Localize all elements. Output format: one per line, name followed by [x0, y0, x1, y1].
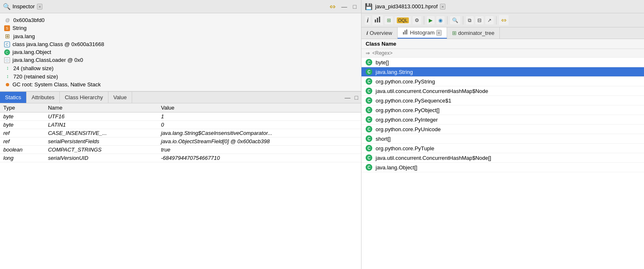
class-c-icon: C [366, 164, 372, 171]
list-item[interactable]: Corg.python.core.PyUnicode [361, 125, 644, 134]
col-type: Type [0, 103, 44, 112]
cell-type: ref [0, 137, 44, 146]
regex-row: ⇒ [361, 49, 644, 58]
inspector-tabs-bar: Statics Attributes Class Hierarchy Value… [0, 92, 361, 103]
list-item[interactable]: Cjava.lang.String [361, 67, 644, 77]
table-row[interactable]: refserialPersistentFieldsjava.io.ObjectS… [0, 137, 361, 146]
shallow-size-row: ↕ 24 (shallow size) [4, 64, 357, 72]
inspector-info-section: @ 0x600a3bfd0 S String ⊞ java.lang C cla… [0, 13, 361, 91]
chart-toolbar-btn[interactable]: ↗ [485, 16, 494, 24]
tab-attributes[interactable]: Attributes [27, 92, 60, 103]
histogram-tab-close[interactable]: × [436, 30, 441, 36]
histogram-toolbar-btn[interactable] [372, 15, 383, 25]
left-panel: 🔍 Inspector × ⇔ — □ @ 0x600a3bfd0 S Stri… [0, 0, 361, 269]
inspector-title-left: 🔍 Inspector × [3, 3, 42, 10]
gear-icon: ⚙ [415, 17, 419, 23]
list-item[interactable]: Corg.python.core.PyObject[] [361, 105, 644, 115]
address-row: @ 0x600a3bfd0 [4, 16, 357, 24]
tab-value[interactable]: Value [108, 92, 132, 103]
table-row[interactable]: longserialVersionUID-6849794470754667710 [0, 154, 361, 162]
back-toolbar-btn[interactable]: ⇔ [499, 15, 509, 25]
minimize-button[interactable]: — [340, 3, 349, 10]
list-item[interactable]: Corg.python.core.PyTuple [361, 144, 644, 153]
list-item[interactable]: Cjava.lang.Object[] [361, 163, 644, 172]
class-list-header: Class Name [361, 39, 644, 49]
transfer-icon[interactable]: ⇔ [328, 2, 337, 12]
cell-value: 1 [158, 112, 361, 121]
table-toolbar-btn[interactable]: ⊟ [475, 16, 484, 24]
overview-label: Overview [370, 30, 392, 36]
class-c-icon: C [366, 107, 372, 113]
tab-statics[interactable]: Statics [0, 92, 27, 103]
overview-icon: i [366, 30, 368, 36]
gc-root-row: GC root: System Class, Native Stack [4, 81, 357, 88]
toolbar-sep-1 [424, 16, 424, 24]
table-row[interactable]: booleanCOMPACT_STRINGStrue [0, 146, 361, 154]
table-row[interactable]: byteUTF161 [0, 112, 361, 121]
hprof-title-text: java_pid34813.0001.hprof [375, 3, 438, 10]
db-icon: 💾 [365, 3, 373, 10]
list-item[interactable]: Corg.python.core.PySequence$1 [361, 96, 644, 105]
class-c-icon: C [366, 59, 372, 66]
inspector-tabs-left: Statics Attributes Class Hierarchy Value [0, 92, 132, 103]
cell-name: LATIN1 [44, 121, 157, 129]
inspector-window-controls: ⇔ — □ [328, 2, 358, 12]
info-toolbar-btn[interactable]: i [365, 16, 371, 25]
table-row[interactable]: byteLATIN10 [0, 121, 361, 129]
histogram-label: Histogram [410, 29, 435, 36]
cell-value: 0 [158, 121, 361, 129]
class-name-text: java.lang.Object[] [376, 164, 417, 171]
right-panel: 💾 java_pid34813.0001.hprof × i ⊞ OQL ⚙ ▶… [361, 0, 644, 269]
statics-minimize-btn[interactable]: — [344, 94, 352, 101]
cell-value: java.lang.String$CaseInsensitiveComparat… [158, 129, 361, 137]
histogram-tab-icon [403, 29, 408, 36]
histogram-icon [374, 16, 381, 24]
list-item[interactable]: Cjava.util.concurrent.ConcurrentHashMap$… [361, 153, 644, 163]
list-item[interactable]: Cshort[] [361, 134, 644, 144]
class-c-icon: C [366, 116, 372, 123]
svg-rect-4 [405, 30, 406, 34]
list-item[interactable]: Corg.python.core.PyInteger [361, 115, 644, 125]
domtree-icon: ⊞ [387, 17, 391, 23]
tab-class-hierarchy[interactable]: Class Hierarchy [60, 92, 108, 103]
retained-size-row: ↕ 720 (retained size) [4, 72, 357, 81]
obj-icon: C [4, 49, 10, 55]
pkg-icon: ⊞ [4, 33, 11, 39]
inspector-icon: 🔍 [3, 3, 10, 10]
copy-toolbar-btn[interactable]: ⧉ [466, 16, 474, 24]
svg-rect-2 [379, 17, 380, 22]
oql-toolbar-btn[interactable]: OQL [395, 16, 411, 24]
table-icon: ⊟ [477, 17, 482, 23]
tab-histogram[interactable]: Histogram × [398, 27, 447, 39]
regex-input[interactable] [372, 50, 640, 56]
class-icon: C [4, 42, 10, 47]
statics-table-container: Type Name Value byteUTF161byteLATIN10ref… [0, 103, 361, 269]
class-c-icon: C [366, 88, 372, 94]
tab-dominator-tree[interactable]: ⊞ dominator_tree [447, 27, 500, 39]
class-list: Cbyte[]Cjava.lang.StringCorg.python.core… [361, 58, 644, 269]
list-item[interactable]: Corg.python.core.PyString [361, 77, 644, 86]
class-c-icon: C [366, 78, 372, 85]
obj-toolbar-btn[interactable]: ◉ [436, 16, 445, 24]
address-text: 0x600a3bfd0 [13, 17, 44, 23]
settings-toolbar-btn[interactable]: ⚙ [413, 16, 421, 24]
inspector-title-bar: 🔍 Inspector × ⇔ — □ [0, 0, 361, 13]
search-toolbar-btn[interactable]: 🔍 [450, 16, 460, 24]
class-c-icon: C [366, 126, 372, 132]
statics-maximize-btn[interactable]: □ [354, 94, 359, 101]
hprof-close-button[interactable]: × [440, 4, 445, 10]
class-name-text: byte[] [376, 59, 389, 66]
maximize-button[interactable]: □ [352, 3, 358, 10]
tab-overview[interactable]: i Overview [361, 27, 398, 39]
list-item[interactable]: Cjava.util.concurrent.ConcurrentHashMap$… [361, 86, 644, 96]
list-item[interactable]: Cbyte[] [361, 58, 644, 67]
svg-rect-0 [375, 20, 376, 22]
run-toolbar-btn[interactable]: ▶ [427, 16, 435, 24]
search-icon: 🔍 [452, 17, 458, 23]
info-icon: i [367, 17, 369, 24]
string-text: String [12, 25, 27, 31]
run-icon: ▶ [429, 17, 433, 23]
table-row[interactable]: refCASE_INSENSITIVE_...java.lang.String$… [0, 129, 361, 137]
domtree-toolbar-btn[interactable]: ⊞ [385, 16, 393, 24]
inspector-close-button[interactable]: × [37, 4, 42, 10]
